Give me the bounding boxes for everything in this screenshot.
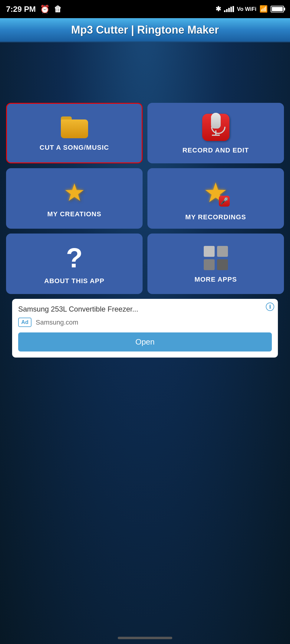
about-app-label: ABOUT THIS APP xyxy=(44,277,104,285)
app-header: Mp3 Cutter | Ringtone Maker xyxy=(0,18,290,42)
question-icon: ? xyxy=(66,244,83,272)
about-app-button[interactable]: ? ABOUT THIS APP xyxy=(6,234,143,294)
ad-title: Samsung 253L Convertible Freezer... xyxy=(18,305,272,313)
record-edit-button[interactable]: RECORD AND EDIT xyxy=(147,103,284,163)
apps-grid-icon xyxy=(204,246,228,270)
ad-info-icon[interactable]: ℹ xyxy=(266,302,274,311)
vo-wifi-label: Vo WiFi xyxy=(237,6,257,12)
alarm-icon: ⏰ xyxy=(40,5,50,14)
microphone-icon xyxy=(202,114,229,141)
star-mic-icon: ★ 🎤 xyxy=(201,178,231,208)
wifi-icon: 📶 xyxy=(259,5,268,13)
signal-icon xyxy=(224,6,234,12)
folder-icon xyxy=(61,116,88,138)
cut-song-button[interactable]: CUT A SONG/MUSIC xyxy=(6,103,143,163)
home-indicator xyxy=(118,637,172,639)
status-left: 7:29 PM ⏰ 🗑 xyxy=(6,5,62,14)
ad-source: Samsung.com xyxy=(36,319,78,326)
trash-icon: 🗑 xyxy=(54,5,62,14)
more-apps-label: MORE APPS xyxy=(194,276,237,283)
main-grid: CUT A SONG/MUSIC RECORD AND EDIT ★ xyxy=(6,103,284,294)
ad-banner: ℹ Samsung 253L Convertible Freezer... Ad… xyxy=(12,299,278,358)
battery-icon xyxy=(271,6,284,12)
my-recordings-label: MY RECORDINGS xyxy=(185,213,246,221)
main-content: CUT A SONG/MUSIC RECORD AND EDIT ★ xyxy=(0,103,290,358)
my-creations-label: MY CREATIONS xyxy=(47,210,101,218)
status-right: ✱ Vo WiFi 📶 xyxy=(216,5,284,13)
ad-badge: Ad xyxy=(18,318,31,327)
cut-song-label: CUT A SONG/MUSIC xyxy=(40,144,109,152)
my-creations-button[interactable]: ★ MY CREATIONS xyxy=(6,168,143,229)
status-time: 7:29 PM xyxy=(6,5,36,14)
more-apps-button[interactable]: MORE APPS xyxy=(147,234,284,294)
ad-open-button[interactable]: Open xyxy=(18,332,272,351)
star-icon: ★ xyxy=(64,181,85,205)
ad-source-row: Ad Samsung.com xyxy=(18,318,272,327)
bluetooth-icon: ✱ xyxy=(216,5,221,13)
my-recordings-button[interactable]: ★ 🎤 MY RECORDINGS xyxy=(147,168,284,229)
app-title: Mp3 Cutter | Ringtone Maker xyxy=(71,24,219,36)
record-edit-label: RECORD AND EDIT xyxy=(183,146,249,154)
status-bar: 7:29 PM ⏰ 🗑 ✱ Vo WiFi 📶 xyxy=(0,0,290,18)
